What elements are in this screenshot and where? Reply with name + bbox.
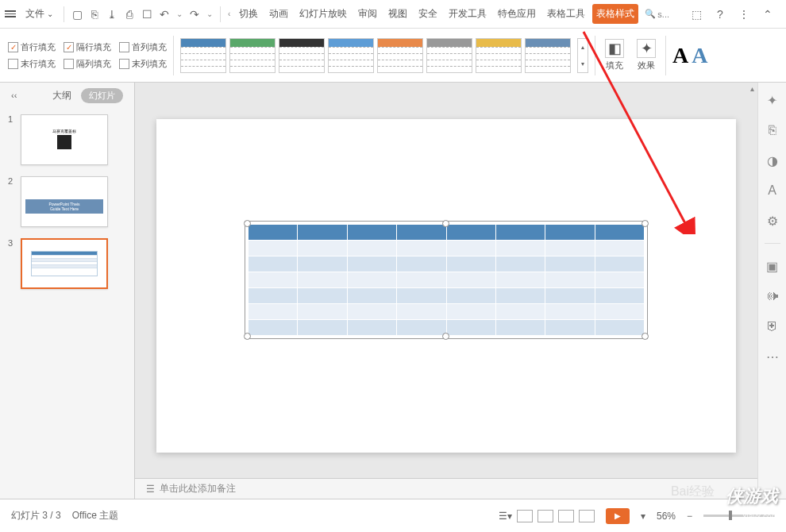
new-icon[interactable]: ▢ — [70, 7, 84, 21]
more-icon[interactable]: ⋮ — [737, 7, 751, 21]
slide-number: 2 — [8, 176, 16, 227]
wordart-a-black: A — [672, 43, 688, 68]
sorter-view[interactable] — [537, 510, 553, 522]
rail-image-icon[interactable]: ▣ — [765, 258, 780, 274]
check-first-row[interactable]: ✓首行填充 — [8, 41, 56, 53]
label: 隔列填充 — [76, 58, 111, 70]
notes-placeholder: 单击此处添加备注 — [160, 482, 236, 495]
fill-options: ✓首行填充 ✓隔行填充 首列填充 末行填充 隔列填充 末列填充 — [8, 41, 167, 70]
window-icon[interactable]: ⬚ — [689, 7, 703, 21]
rail-text-icon[interactable]: A — [765, 183, 780, 199]
hamburger-menu[interactable] — [5, 10, 16, 17]
slideshow-view[interactable] — [579, 510, 595, 522]
gallery-more[interactable]: ▴▾ — [577, 38, 588, 73]
effect-button[interactable]: ✦效果 — [634, 39, 659, 71]
rail-clone-icon[interactable]: ⎘ — [765, 122, 780, 138]
slide-canvas[interactable] — [156, 119, 736, 453]
zoom-out[interactable]: − — [687, 511, 692, 522]
redo-icon[interactable]: ↷ — [187, 7, 202, 21]
print-icon[interactable]: ⎙ — [122, 7, 137, 21]
thumb-3[interactable]: 3 — [8, 238, 126, 289]
slide-counter: 幻灯片 3 / 3 — [11, 509, 61, 522]
panel-collapse[interactable]: ‹‹ — [11, 91, 17, 100]
table-style-7[interactable] — [525, 38, 571, 73]
check-first-col[interactable]: 首列填充 — [119, 41, 167, 53]
slide-table[interactable] — [248, 224, 645, 336]
ribbon: ✓首行填充 ✓隔行填充 首列填充 末行填充 隔列填充 末列填充 ▴▾ ◧填充 ✦… — [0, 29, 786, 83]
slides-tab[interactable]: 幻灯片 — [81, 88, 123, 103]
search-box[interactable]: 🔍 s... — [645, 9, 669, 19]
resize-handle[interactable] — [642, 220, 649, 227]
slide-number: 3 — [8, 238, 16, 289]
help-icon[interactable]: ? — [713, 7, 727, 21]
open-icon[interactable]: ⎘ — [87, 7, 102, 21]
tab-review[interactable]: 审阅 — [354, 4, 381, 24]
save-icon[interactable]: ⤓ — [105, 7, 119, 21]
panel-header: ‹‹ 大纲 幻灯片 — [0, 83, 134, 108]
tab-view[interactable]: 视图 — [384, 4, 411, 24]
rail-design-icon[interactable]: ✦ — [765, 92, 780, 108]
label: 末列填充 — [132, 58, 167, 70]
label: 末行填充 — [21, 58, 56, 70]
table-style-6[interactable] — [476, 38, 522, 73]
file-menu[interactable]: 文件 — [21, 5, 58, 23]
redo-dropdown[interactable]: ⌄ — [205, 10, 214, 18]
resize-handle[interactable] — [244, 333, 251, 340]
tab-tabletools[interactable]: 表格工具 — [543, 4, 589, 24]
resize-handle[interactable] — [442, 333, 449, 340]
table-style-5[interactable] — [426, 38, 472, 73]
theme-name: Office 主题 — [72, 509, 118, 522]
rail-theme-icon[interactable]: ◑ — [765, 152, 780, 168]
thumb-2[interactable]: 2 PowerPoint TheisGuide Text Here — [8, 176, 126, 227]
undo-icon[interactable]: ↶ — [157, 7, 171, 21]
table-style-2[interactable] — [279, 38, 325, 73]
check-alt-col[interactable]: 隔列填充 — [64, 58, 111, 70]
check-last-col[interactable]: 末列填充 — [119, 58, 167, 70]
label: 隔行填充 — [76, 41, 111, 53]
wordart-preview[interactable]: A A — [665, 36, 714, 75]
label: 填充 — [606, 60, 623, 71]
subtitle: Guide Text Here — [28, 206, 100, 211]
tab-tablestyle[interactable]: 表格样式 — [592, 4, 638, 24]
reading-view[interactable] — [558, 510, 574, 522]
resize-handle[interactable] — [442, 220, 449, 227]
outline-tab[interactable]: 大纲 — [52, 89, 71, 102]
label: 效果 — [638, 60, 655, 71]
resize-handle[interactable] — [244, 220, 251, 227]
tab-slideshow[interactable]: 幻灯片放映 — [295, 4, 351, 24]
play-button[interactable]: ▶ — [606, 508, 630, 524]
rail-shield-icon[interactable]: ⛨ — [765, 318, 780, 334]
tabs-prev[interactable]: ‹ — [226, 10, 232, 18]
table-style-3[interactable] — [328, 38, 374, 73]
label: 首行填充 — [21, 41, 56, 53]
tab-security[interactable]: 安全 — [414, 4, 441, 24]
thumb-1[interactable]: 1 马赛克覆盖标 — [8, 114, 126, 165]
table-style-1[interactable] — [229, 38, 275, 73]
zoom-level[interactable]: 56% — [657, 511, 676, 522]
search-placeholder: s... — [657, 10, 669, 19]
fill-button[interactable]: ◧填充 — [602, 39, 627, 71]
check-last-row[interactable]: 末行填充 — [8, 58, 56, 70]
canvas[interactable] — [135, 94, 757, 478]
normal-view[interactable] — [517, 510, 533, 522]
notes-toggle-icon[interactable]: ☰▾ — [499, 511, 512, 522]
table-selection[interactable] — [248, 224, 645, 336]
table-style-0[interactable] — [180, 38, 226, 73]
tab-animation[interactable]: 动画 — [265, 4, 292, 24]
check-alt-row[interactable]: ✓隔行填充 — [64, 41, 111, 53]
preview-icon[interactable]: ☐ — [140, 7, 154, 21]
notes-bar[interactable]: ☰ 单击此处添加备注 — [135, 478, 757, 499]
collapse-ribbon-icon[interactable]: ⌃ — [761, 7, 775, 21]
scroll-up[interactable]: ▴ — [135, 83, 757, 94]
resize-handle[interactable] — [642, 333, 649, 340]
zoom-slider[interactable] — [703, 515, 775, 517]
tab-special[interactable]: 特色应用 — [494, 4, 540, 24]
rail-more-icon[interactable]: ⋯ — [765, 349, 780, 364]
undo-dropdown[interactable]: ⌄ — [175, 10, 184, 18]
rail-settings-icon[interactable]: ⚙ — [765, 213, 780, 229]
tab-transition[interactable]: 切换 — [235, 4, 262, 24]
separator — [220, 6, 221, 22]
table-style-4[interactable] — [377, 38, 423, 73]
tab-devtools[interactable]: 开发工具 — [445, 4, 491, 24]
rail-sound-icon[interactable]: 🕪 — [765, 288, 780, 304]
